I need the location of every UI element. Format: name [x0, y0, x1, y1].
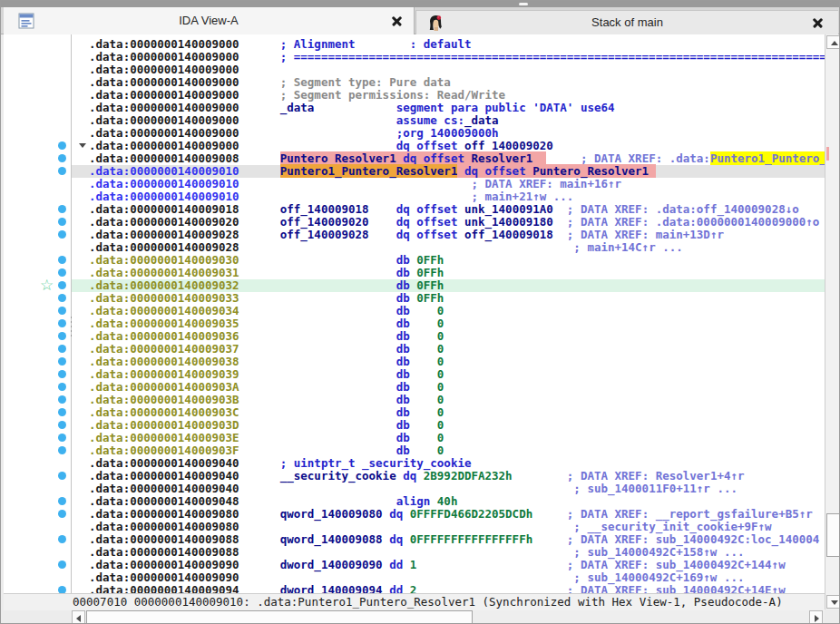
address-dot-icon [58, 586, 66, 593]
listing-line[interactable]: .data:0000000140009048 align 40h [89, 495, 457, 508]
address-dot-icon [58, 281, 66, 289]
tab-label[interactable]: Stack of main [416, 11, 838, 34]
triangle-left-icon [76, 615, 81, 622]
listing-line[interactable]: .data:0000000140009000 _data segment par… [89, 102, 615, 114]
tab-ida-view-a[interactable]: IDA View-A [4, 7, 415, 34]
listing-line[interactable]: .data:0000000140009088 qword_140009088 d… [89, 533, 819, 546]
close-tab-icon[interactable] [391, 15, 403, 27]
address-dot-icon [58, 446, 66, 454]
listing-line[interactable]: .data:0000000140009040 __security_cookie… [89, 470, 745, 483]
address-dot-icon [58, 434, 66, 442]
listing-line[interactable]: .data:0000000140009090 ; sub_14000492C+1… [89, 571, 745, 584]
listing-line[interactable]: .data:0000000140009094 dword_140009094 d… [89, 584, 786, 593]
address-dot-icon [58, 268, 66, 277]
listing-line[interactable]: .data:0000000140009028 ; main+14C↑r ... [89, 241, 683, 254]
listing-line[interactable]: .data:000000014000903B db 0 [89, 394, 444, 406]
address-dot-icon [58, 421, 66, 429]
tab-label[interactable]: IDA View-A [4, 7, 414, 34]
listing-line[interactable]: .data:0000000140009000 [89, 63, 239, 76]
scrollbar-corner [825, 610, 840, 624]
listing-line[interactable]: .data:0000000140009080 ; __security_init… [89, 521, 772, 533]
status-bar: 00007010 0000000140009010: .data:Puntero… [4, 593, 825, 610]
listing-line[interactable]: .data:0000000140009000 ; Segment type: P… [89, 76, 451, 89]
listing-line[interactable]: .data:0000000140009000 dq offset off_140… [89, 140, 553, 152]
triangle-up-icon [831, 41, 838, 45]
bookmark-star-icon: ☆ [40, 278, 54, 293]
address-dot-icon [58, 395, 66, 404]
vertical-scrollbar[interactable] [825, 34, 840, 609]
listing-line[interactable]: .data:0000000140009018 off_140009018 dq … [89, 203, 799, 216]
address-dot-icon [58, 218, 66, 226]
address-dot-icon [58, 561, 66, 569]
listing-line[interactable]: .data:0000000140009034 db 0 [89, 305, 444, 317]
close-tab-icon[interactable] [812, 17, 824, 29]
listing-line[interactable]: .data:0000000140009040 ; sub_1400011F0+1… [89, 483, 737, 495]
status-text: 00007010 0000000140009010: .data:Puntero… [4, 595, 783, 609]
scrollbar-highlight-marker [826, 147, 829, 161]
listing-line[interactable]: .data:0000000140009000 ;org 140009000h [89, 127, 499, 140]
listing-line[interactable]: .data:0000000140009000 ; ===============… [89, 51, 825, 63]
listing-line[interactable]: .data:0000000140009035 db 0 [89, 317, 444, 330]
tab-bar: IDA View-A Stack of main [1, 7, 840, 34]
splitter-bar[interactable] [1, 1, 840, 7]
listing-line[interactable]: .data:0000000140009020 off_140009020 dq … [89, 216, 819, 229]
address-dot-icon [58, 497, 66, 505]
listing-line[interactable]: .data:0000000140009033 db 0FFh [89, 292, 444, 305]
listing-line[interactable]: .data:0000000140009040 ; uintptr_t _secu… [89, 457, 471, 470]
listing-line[interactable]: .data:0000000140009000 assume cs:_data [89, 114, 499, 127]
listing-line[interactable]: .data:0000000140009000 ; Alignment : def… [89, 38, 471, 51]
address-dot-icon [58, 345, 66, 353]
address-dot-icon [58, 332, 66, 340]
tab-stack-of-main[interactable]: Stack of main [415, 10, 838, 34]
triangle-down-icon [831, 600, 838, 605]
scroll-up-button[interactable] [826, 35, 840, 49]
listing-line[interactable]: .data:000000014000903F db 0 [89, 444, 444, 457]
address-dot-icon [58, 307, 66, 315]
vertical-scroll-thumb[interactable] [826, 513, 840, 557]
listing-line[interactable]: .data:0000000140009010 ; main+21↑w ... [89, 190, 573, 203]
listing-line[interactable]: .data:0000000140009000 ; Segment permiss… [89, 89, 505, 102]
address-dot-icon [58, 510, 66, 518]
listing-line[interactable]: .data:0000000140009031 db 0FFh [89, 267, 444, 279]
horizontal-scroll-thumb[interactable] [86, 610, 473, 624]
listing-line[interactable]: .data:000000014000903D db 0 [89, 419, 444, 432]
listing-line[interactable]: .data:0000000140009010 Puntero1_Puntero_… [89, 165, 656, 178]
triangle-right-icon [815, 615, 819, 622]
listing-line[interactable]: .data:0000000140009030 db 0FFh [89, 254, 444, 267]
address-dot-icon [58, 256, 66, 264]
listing-line[interactable]: .data:0000000140009088 ; sub_14000492C+1… [89, 546, 745, 559]
listing-line[interactable]: .data:0000000140009028 off_140009028 dq … [89, 229, 724, 241]
scroll-left-button[interactable] [72, 610, 85, 624]
splitter-grip-icon[interactable] [519, 3, 528, 5]
address-dot-icon [58, 383, 66, 391]
listing-line[interactable]: .data:000000014000903E db 0 [89, 432, 444, 444]
listing-line[interactable]: .data:0000000140009032 db 0FFh [89, 279, 444, 292]
scroll-right-button[interactable] [809, 610, 823, 624]
address-dot-icon [58, 167, 66, 175]
disassembly-listing[interactable]: .data:0000000140009000 ; Alignment : def… [72, 34, 825, 593]
listing-line[interactable]: .data:0000000140009008 Puntero_Resolver1… [89, 152, 825, 165]
ida-window: IDA View-A Stack of main ☆ .data:0000000… [0, 0, 840, 624]
address-dot-icon [58, 230, 66, 239]
scroll-down-button[interactable] [826, 595, 840, 609]
listing-line[interactable]: .data:000000014000903A db 0 [89, 381, 444, 394]
listing-line[interactable]: .data:0000000140009037 db 0 [89, 343, 444, 356]
listing-line[interactable]: .data:000000014000903C db 0 [89, 406, 444, 419]
listing-line[interactable]: .data:0000000140009039 db 0 [89, 368, 444, 381]
address-dot-icon [58, 535, 66, 543]
margin-panel: ☆ [4, 34, 71, 593]
address-dot-icon [58, 319, 66, 327]
listing-line[interactable]: .data:0000000140009036 db 0 [89, 330, 444, 343]
listing-line[interactable]: .data:0000000140009090 dword_140009090 d… [89, 559, 786, 571]
collapse-arrow-icon[interactable] [79, 143, 86, 148]
listing-line[interactable]: .data:0000000140009010 ; DATA XREF: main… [89, 178, 621, 190]
listing-line[interactable]: .data:0000000140009038 db 0 [89, 356, 444, 368]
horizontal-scrollbar[interactable] [72, 610, 825, 624]
address-dot-icon [58, 154, 66, 162]
address-dot-icon [58, 472, 66, 480]
address-dot-icon [58, 294, 66, 302]
listing-line[interactable]: .data:0000000140009080 qword_140009080 d… [89, 508, 813, 521]
address-dot-icon [58, 141, 66, 150]
address-dot-icon [58, 370, 66, 378]
address-dot-icon [58, 205, 66, 213]
